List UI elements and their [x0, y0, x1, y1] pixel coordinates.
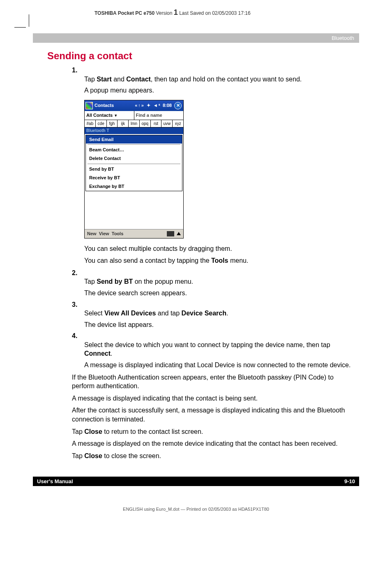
bold: Tools: [211, 257, 228, 264]
alpha-tab[interactable]: ijk: [118, 120, 129, 128]
bold: Connect: [84, 350, 111, 357]
alpha-tab[interactable]: opq: [140, 120, 151, 128]
bold: Start: [97, 76, 111, 83]
bold: Close: [84, 428, 102, 435]
text: .: [226, 310, 228, 317]
note: You can select multiple contacts by drag…: [84, 244, 347, 253]
step-body: Select View All Devices and tap Device S…: [84, 309, 355, 329]
text: on the popup menu.: [133, 278, 193, 285]
bold: View All Devices: [104, 310, 156, 317]
menu-tools[interactable]: Tools: [112, 231, 124, 236]
bold: Device Search: [182, 310, 226, 317]
step-body: Select the device to which you want to c…: [84, 340, 355, 370]
menu-item-send-email[interactable]: Send Email: [86, 135, 182, 144]
footer-left: User's Manual: [37, 478, 73, 484]
version-label: Version: [156, 10, 172, 16]
print-footer: ENGLISH using Euro_M.dot — Printed on 02…: [33, 507, 359, 512]
step-body: Tap Send by BT on the popup menu. The de…: [84, 277, 355, 297]
alpha-tab[interactable]: #ab: [85, 120, 96, 128]
contact-row[interactable]: Bluetooth T: [85, 127, 183, 134]
saved-timestamp: Last Saved on 02/05/2003 17:16: [179, 10, 250, 16]
alpha-tab[interactable]: lmn: [129, 120, 140, 128]
step-sub: A popup menu appears.: [84, 86, 355, 95]
status-icons: «↑» ✦ ◄ᵋ: [135, 102, 161, 109]
menu-item-beam[interactable]: Beam Contact…: [86, 146, 182, 154]
alpha-tab[interactable]: fgh: [107, 120, 118, 128]
paragraph: After the contact is successfully sent, …: [72, 406, 347, 424]
titlebar[interactable]: Contacts «↑» ✦ ◄ᵋ 8:08 ✕: [85, 100, 183, 111]
paragraph: A message is displayed on the remote dev…: [72, 439, 347, 448]
arrow-up-icon[interactable]: [177, 232, 181, 235]
note: You can also send a contact by tapping t…: [84, 256, 347, 265]
step-3: 3. Select View All Devices and tap Devic…: [84, 300, 347, 329]
text: Tap: [84, 278, 97, 285]
context-menu: Send Email Beam Contact… Delete Contact …: [85, 135, 182, 191]
text: and tap: [156, 310, 181, 317]
paragraph: Tap Close to close the screen.: [72, 452, 347, 461]
text: Tap: [72, 428, 84, 435]
divider: [88, 164, 180, 164]
text: Tap: [72, 452, 84, 459]
keyboard-icon[interactable]: [167, 231, 174, 236]
clock: 8:08: [163, 102, 172, 109]
step-number: 4.: [72, 331, 82, 340]
menu-item-receive-bt[interactable]: Receive by BT: [86, 174, 182, 182]
bold: Contact: [126, 76, 151, 83]
menu-view[interactable]: View: [99, 231, 109, 236]
chevron-down-icon: ▼: [114, 113, 118, 118]
text: .: [111, 350, 112, 357]
bold: Send by BT: [97, 278, 133, 285]
bold: Close: [84, 452, 102, 459]
section-title: Sending a contact: [47, 50, 359, 62]
alpha-tabs: #ab cde fgh ijk lmn opq rst uvw xyz: [85, 120, 183, 128]
page-number: 9-10: [344, 478, 355, 484]
paragraph: A message is displayed indicating that t…: [72, 394, 347, 403]
close-icon[interactable]: ✕: [174, 102, 182, 109]
text: menu.: [228, 257, 248, 264]
step-body: Tap Start and Contact, then tap and hold…: [84, 75, 355, 95]
crop-mark: [14, 27, 26, 28]
breadcrumb: Bluetooth: [33, 33, 359, 43]
filter-row: All Contacts ▼ Find a name: [85, 111, 183, 120]
find-input[interactable]: Find a name: [134, 111, 184, 120]
menubar: New View Tools: [85, 229, 183, 238]
text: You can also send a contact by tapping t…: [84, 257, 211, 264]
step-number: 2.: [72, 269, 82, 278]
step-sub: The device list appears.: [84, 320, 355, 329]
step-sub: The device search screen appears.: [84, 289, 355, 298]
text: to close the screen.: [102, 452, 161, 459]
window-title: Contacts: [95, 102, 114, 109]
menu-item-send-bt[interactable]: Send by BT: [86, 165, 182, 174]
step-number: 1.: [72, 66, 82, 75]
alpha-tab[interactable]: rst: [151, 120, 162, 128]
alpha-tab[interactable]: cde: [96, 120, 107, 128]
text: and: [112, 76, 127, 83]
breadcrumb-text: Bluetooth: [332, 35, 354, 41]
category-dropdown[interactable]: All Contacts ▼: [85, 111, 134, 120]
alpha-tab[interactable]: xyz: [173, 120, 183, 128]
text: Select the device to which you want to c…: [84, 341, 330, 348]
footer-bar: User's Manual 9-10: [33, 477, 359, 486]
dropdown-label: All Contacts: [86, 113, 113, 118]
paragraph: Tap Close to return to the contact list …: [72, 427, 347, 436]
text: to return to the contact list screen.: [102, 428, 203, 435]
version-number: 1: [174, 8, 178, 16]
step-list: 2. Tap Send by BT on the popup menu. The…: [84, 269, 347, 370]
divider: [88, 144, 180, 145]
embedded-screenshot: Contacts «↑» ✦ ◄ᵋ 8:08 ✕ All Contacts ▼ …: [84, 100, 184, 239]
step-sub: A message is displayed indicating that L…: [84, 361, 355, 370]
menu-item-delete[interactable]: Delete Contact: [86, 154, 182, 163]
menubar-left: New View Tools: [87, 231, 123, 237]
text: Tap: [84, 76, 97, 83]
placeholder: Find a name: [136, 113, 162, 118]
step-2: 2. Tap Send by BT on the popup menu. The…: [84, 269, 347, 298]
alpha-tab[interactable]: uvw: [161, 120, 173, 128]
page: TOSHIBA Pocket PC e750 Version 1 Last Sa…: [0, 0, 392, 528]
crop-mark: [29, 14, 29, 27]
start-icon[interactable]: [85, 102, 93, 109]
menu-new[interactable]: New: [87, 231, 97, 236]
running-header: TOSHIBA Pocket PC e750 Version 1 Last Sa…: [95, 8, 359, 17]
paragraph: If the Bluetooth Authentication screen a…: [72, 373, 347, 391]
step-4: 4. Select the device to which you want t…: [84, 331, 347, 369]
menu-item-exchange-bt[interactable]: Exchange by BT: [86, 182, 182, 191]
